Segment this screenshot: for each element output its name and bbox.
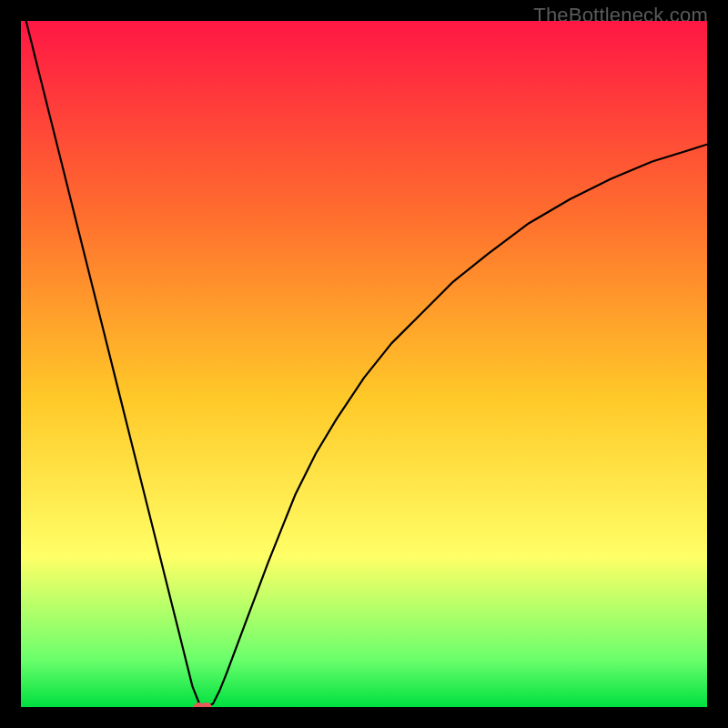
chart-container: { "watermark": "TheBottleneck.com", "cha…: [0, 0, 728, 728]
gradient-background: [21, 21, 707, 707]
bottleneck-chart: [21, 21, 707, 707]
